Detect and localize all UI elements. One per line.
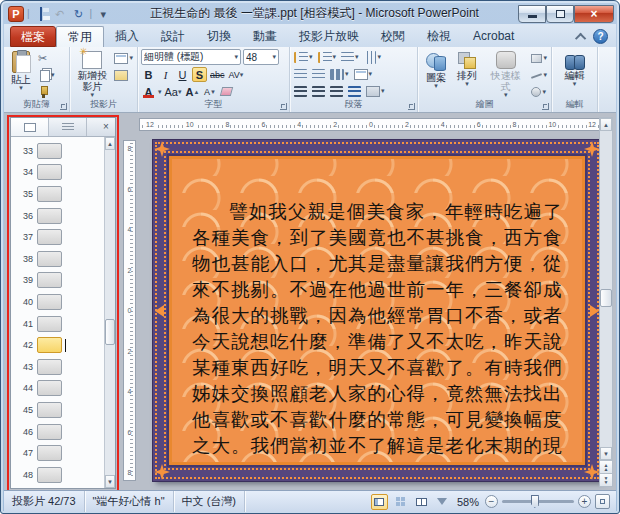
save-button[interactable] <box>33 6 49 22</box>
pane-scroll-thumb[interactable] <box>105 319 115 345</box>
language-indicator[interactable]: 中文 (台灣) <box>174 491 245 512</box>
redo-button[interactable]: ↻ <box>71 6 87 22</box>
zoom-slider[interactable] <box>502 500 574 503</box>
tab-Acrobat[interactable]: Acrobat <box>462 26 525 47</box>
close-pane-button[interactable]: × <box>97 118 115 136</box>
main-scroll-thumb[interactable] <box>600 289 612 307</box>
align-right-button[interactable] <box>329 84 344 98</box>
tab-檢視[interactable]: 檢視 <box>416 26 462 47</box>
tab-投影片放映[interactable]: 投影片放映 <box>288 26 370 47</box>
increase-indent-button[interactable] <box>311 67 326 81</box>
character-spacing-button[interactable]: AV▾ <box>228 67 245 82</box>
scroll-up-icon[interactable]: ▲ <box>105 137 115 150</box>
tab-設計[interactable]: 設計 <box>150 26 196 47</box>
slide-thumbnail-row[interactable]: 33 <box>11 140 104 162</box>
italic-button[interactable]: I <box>158 67 173 82</box>
slide-thumbnail-row[interactable]: 40 <box>11 291 104 313</box>
slide-thumbnail[interactable] <box>37 316 62 332</box>
clear-formatting-button[interactable] <box>219 84 234 99</box>
next-slide-button[interactable]: ▼▼ <box>600 473 612 486</box>
slide-thumbnail-row[interactable]: 46 <box>11 421 104 443</box>
main-scroll-track[interactable] <box>600 131 612 447</box>
editing-button[interactable]: 編輯 ▾ <box>560 49 590 100</box>
copy-button[interactable]: ▾ <box>37 68 56 82</box>
reset-button[interactable] <box>113 68 134 82</box>
slide-thumbnail-row[interactable]: 42 <box>11 334 104 356</box>
scroll-down-icon[interactable]: ▼ <box>105 475 115 488</box>
zoom-out-button[interactable]: − <box>485 495 498 508</box>
restore-button[interactable] <box>546 5 574 23</box>
slide-thumbnail-row[interactable]: 38 <box>11 248 104 270</box>
align-text-button[interactable]: ▾ <box>353 67 374 81</box>
scroll-down-icon[interactable]: ▼ <box>600 447 612 460</box>
shape-fill-button[interactable]: ▾ <box>530 51 548 65</box>
slide-thumbnail[interactable] <box>37 229 62 245</box>
text-direction-button[interactable]: ▾ <box>363 50 383 64</box>
font-size-combo[interactable]: 48 ▾ <box>243 49 279 65</box>
tab-插入[interactable]: 插入 <box>104 26 150 47</box>
bullets-button[interactable]: ▾ <box>293 50 314 64</box>
quick-styles-button[interactable]: 快速樣式 ▾ <box>483 49 528 100</box>
slide-thumbnail-row[interactable]: 35 <box>11 183 104 205</box>
zoom-level[interactable]: 58% <box>457 496 479 508</box>
slide-thumbnail[interactable] <box>37 467 62 483</box>
slide-thumbnail[interactable] <box>37 143 62 159</box>
tab-校閱[interactable]: 校閱 <box>370 26 416 47</box>
dialog-launcher-icon[interactable] <box>408 103 415 110</box>
tab-動畫[interactable]: 動畫 <box>242 26 288 47</box>
previous-slide-button[interactable]: ▲▲ <box>600 460 612 473</box>
line-spacing-button[interactable]: ▾ <box>340 50 360 64</box>
shrink-font-button[interactable]: A▼ <box>202 84 217 99</box>
slide-sorter-button[interactable] <box>392 494 409 510</box>
theme-name[interactable]: "端午好心情 h" <box>85 491 174 512</box>
format-painter-button[interactable] <box>37 85 56 99</box>
fit-to-window-button[interactable] <box>595 494 610 509</box>
zoom-slider-thumb[interactable] <box>531 495 539 508</box>
paste-button[interactable]: 貼上 ▾ <box>7 49 35 100</box>
slide-thumbnail[interactable] <box>37 251 62 267</box>
slide-thumbnail[interactable] <box>37 164 62 180</box>
file-tab[interactable]: 檔案 <box>10 26 56 47</box>
slide-text[interactable]: 譬如我父親是個美食家，年輕時吃遍了各種美食，到了美國竟也不甚挑食，西方食物也甚能… <box>192 199 562 465</box>
font-color-button[interactable]: A <box>141 84 156 99</box>
powerpoint-logo-icon[interactable]: P <box>8 6 24 22</box>
columns-button[interactable]: ▾ <box>329 67 350 81</box>
close-button[interactable]: × <box>574 5 614 23</box>
cut-button[interactable]: ✂ <box>37 51 56 65</box>
slide-thumbnail[interactable] <box>37 424 62 440</box>
pane-scroll-track[interactable] <box>105 150 115 475</box>
numbering-button[interactable]: ▾ <box>317 50 338 64</box>
font-name-combo[interactable]: 細明體 (標題) ▾ <box>141 49 241 65</box>
slide-thumbnail[interactable] <box>37 294 62 310</box>
smartart-button[interactable]: ▾ <box>365 84 386 98</box>
slide-thumbnail-row[interactable]: 45 <box>11 399 104 421</box>
text-shadow-button[interactable]: S <box>192 67 207 82</box>
slideshow-button[interactable] <box>434 494 451 510</box>
change-case-button[interactable]: Aa▾ <box>164 84 183 99</box>
zoom-in-button[interactable]: + <box>578 495 591 508</box>
outline-tab[interactable] <box>49 118 87 136</box>
qat-dropdown-icon[interactable]: ▾ <box>95 6 111 22</box>
normal-view-button[interactable] <box>371 494 388 510</box>
slide-thumbnail[interactable] <box>37 445 62 461</box>
slide-thumbnail[interactable] <box>37 402 62 418</box>
grow-font-button[interactable]: A▲ <box>185 84 201 99</box>
slide-canvas[interactable]: 譬如我父親是個美食家，年輕時吃遍了各種美食，到了美國竟也不甚挑食，西方食物也甚能… <box>153 140 601 481</box>
reading-view-button[interactable] <box>413 494 430 510</box>
slide-counter[interactable]: 投影片 42/73 <box>4 491 85 512</box>
layout-button[interactable]: ▾ <box>113 51 134 65</box>
slide-thumbnail[interactable] <box>37 208 62 224</box>
slide-thumbnail-row[interactable]: 37 <box>11 226 104 248</box>
new-slide-button[interactable]: 新增投影片 ▾ <box>73 49 111 100</box>
justify-button[interactable] <box>347 84 362 98</box>
underline-button[interactable]: U <box>175 67 190 82</box>
arrange-button[interactable]: 排列 ▾ <box>453 49 481 100</box>
slide-thumbnail-row[interactable]: 48 <box>11 464 104 486</box>
help-icon[interactable]: ? <box>593 29 608 44</box>
slide-thumbnail-row[interactable]: 49 <box>11 486 104 489</box>
slide-thumbnail-selected[interactable] <box>37 337 62 353</box>
slide-thumbnail-row[interactable]: 34 <box>11 162 104 184</box>
minimize-button[interactable] <box>518 5 546 23</box>
slides-tab[interactable] <box>11 118 49 136</box>
decrease-indent-button[interactable] <box>293 67 308 81</box>
